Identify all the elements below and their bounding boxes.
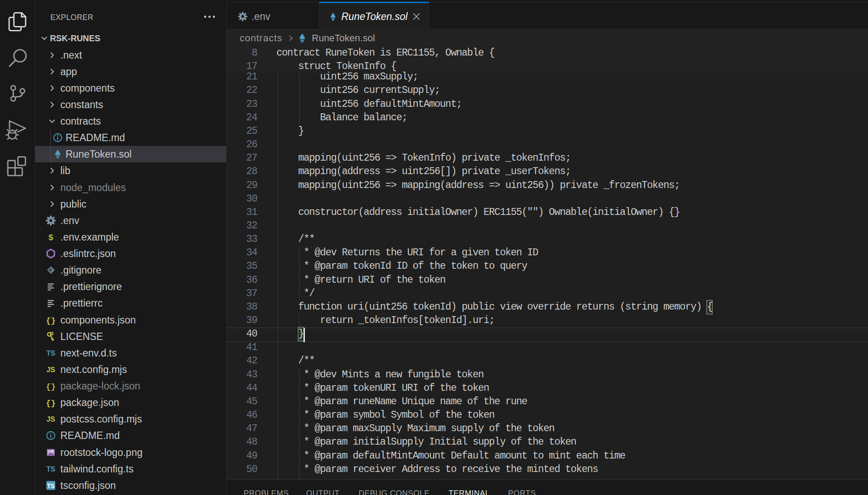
svg-text:JS: JS (46, 366, 55, 373)
svg-text:TS: TS (46, 465, 56, 472)
svg-text:TS: TS (46, 349, 56, 357)
svg-text:{}: {} (46, 316, 56, 325)
svg-text:$: $ (49, 233, 53, 242)
svg-text:{}: {} (46, 383, 56, 392)
svg-text:{}: {} (46, 399, 56, 408)
svg-text:TS: TS (47, 483, 55, 489)
svg-text:JS: JS (46, 415, 55, 423)
